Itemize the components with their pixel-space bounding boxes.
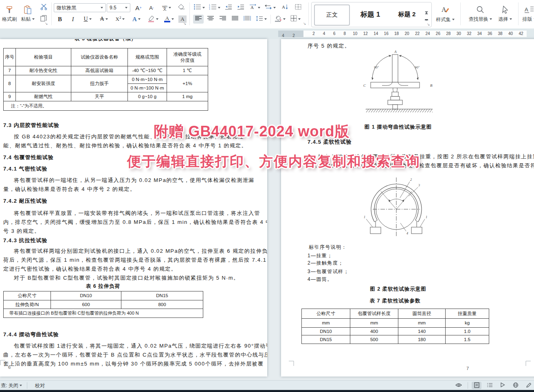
table-note-cell: 注：“-”为不适用。: [4, 101, 208, 111]
page-view-button[interactable]: [472, 382, 481, 389]
group-divider: [518, 2, 519, 25]
outline-icon: [487, 383, 493, 389]
paragraph-line: 能、耐燃气透过性、耐热性、耐拉伸性的检验，确认检验结果是否符合表 4 中序号 1…: [3, 142, 247, 149]
text-direction-button[interactable]: A: [248, 3, 262, 12]
line-spacing-button[interactable]: [254, 15, 268, 24]
align-left-button[interactable]: [193, 15, 204, 24]
section-heading-7-4-3: 7.4.3 抗拉性试验: [3, 237, 48, 244]
superscript-button[interactable]: X2: [113, 15, 127, 24]
font-name-select[interactable]: 微软雅黑: [54, 3, 106, 12]
cut-button[interactable]: [37, 3, 50, 12]
figure2-legend-item: 4—圆筒。: [308, 276, 333, 283]
globe-icon: [513, 382, 519, 389]
paragraph-swap-button[interactable]: [263, 3, 277, 12]
format-painter-button[interactable]: 格式刷: [1, 2, 18, 26]
document-page-6[interactable]: 表 5 检验仪器设备（续） 序号 检验项目 试验仪器设备名称 规格或范围 准确度…: [0, 39, 267, 377]
paste-button[interactable]: 粘贴: [19, 2, 37, 26]
status-bar: 查: 关闭 校对: [0, 380, 534, 390]
font-name-value: 微软雅黑: [57, 4, 76, 11]
font-color-button[interactable]: A: [162, 15, 176, 24]
style-heading1[interactable]: 标题 1: [352, 4, 389, 24]
ruler-margin-number: 2: [292, 33, 295, 38]
underline-button[interactable]: U: [81, 15, 94, 24]
font-dialog-launcher[interactable]: ↘: [183, 22, 187, 26]
phonetic-guide-icon: wén 文: [162, 5, 167, 11]
style-set-button[interactable]: A 样式集: [433, 2, 458, 26]
ruler-number: 16: [384, 31, 389, 36]
ruler-number: 12: [363, 31, 368, 36]
paste-label: 粘贴: [21, 16, 35, 23]
table-tensile-load[interactable]: 公称尺寸 DN10 DN15 拉伸负荷/N 600 800 带有插口连接接口的 …: [3, 291, 203, 318]
bold-button[interactable]: B: [55, 15, 65, 24]
figure2-legend-item: 1—挂重；: [308, 252, 333, 259]
ruler-number: 4: [323, 31, 325, 36]
increase-indent-button[interactable]: [235, 3, 246, 12]
sort-button[interactable]: A: [279, 3, 291, 12]
table-cell: 检验项目: [16, 48, 71, 66]
increase-font-button[interactable]: A +: [133, 3, 144, 12]
preview-eye-button[interactable]: [454, 382, 464, 389]
paragraph-line: 内，排尽空气，关闭排气阀，缓慢增加压力至 0.8 MPa后，保压 1 min，确…: [3, 219, 267, 226]
justify-button[interactable]: [230, 15, 240, 24]
clear-format-button[interactable]: [176, 3, 187, 12]
style-heading2-label: 标题 2: [398, 11, 416, 18]
table-cell: 公称尺寸: [4, 291, 51, 300]
bullet-list-button[interactable]: [192, 3, 206, 12]
paragraph-line: 定进行气密性试验，确认检验结果是否符合表 4 中序号 4 的规定。: [3, 265, 177, 273]
web-view-button[interactable]: [511, 382, 521, 389]
eye-icon: [455, 383, 462, 389]
distribute-button[interactable]: [242, 15, 253, 24]
align-right-button[interactable]: [218, 15, 228, 24]
table7-caption: 表 7 柔软性试验参数: [301, 298, 489, 304]
figure1-label-a: A: [394, 50, 397, 54]
italic-icon: I: [72, 16, 74, 23]
small-divider: [270, 15, 271, 24]
document-page-7[interactable]: 序号 5 的规定。 A 90° 90° C: [281, 39, 534, 377]
style-heading2[interactable]: 标题 2: [391, 4, 423, 24]
align-center-button[interactable]: [205, 15, 216, 24]
play-icon: [500, 382, 505, 389]
italic-button[interactable]: I: [68, 15, 78, 24]
section-heading-7-4-2: 7.4.2 耐压性试验: [3, 197, 48, 205]
layout-button[interactable]: A 排版: [520, 2, 534, 26]
highlight-button[interactable]: [146, 15, 160, 24]
svg-text:A: A: [525, 7, 528, 13]
play-presentation-button[interactable]: [498, 382, 508, 389]
horizontal-ruler[interactable]: 4 2 246810121416182022242628303234363840…: [0, 28, 534, 39]
numbered-list-button[interactable]: 123: [208, 3, 222, 12]
text-effects-button[interactable]: A: [130, 15, 143, 24]
figure1-angle-left: 90°: [374, 66, 379, 69]
decrease-font-button[interactable]: A -: [146, 3, 157, 12]
line-spacing-icon: [256, 15, 263, 23]
outline-view-button[interactable]: [485, 382, 494, 389]
ruler-number: 22: [415, 31, 420, 36]
find-replace-button[interactable]: 查找替换: [463, 2, 498, 26]
font-size-select[interactable]: 9.5: [107, 3, 130, 12]
clipboard-dialog-launcher[interactable]: ↘: [45, 22, 48, 26]
document-workspace[interactable]: 表 5 检验仪器设备（续） 序号 检验项目 试验仪器设备名称 规格或范围 准确度…: [0, 39, 534, 380]
svg-text:3: 3: [209, 8, 210, 10]
shading-button[interactable]: [273, 15, 287, 24]
table-cell: 圆筒直径: [398, 309, 446, 319]
phonetic-guide-button[interactable]: wén 文: [159, 3, 174, 12]
show-grid-button[interactable]: [292, 3, 304, 12]
borders-button[interactable]: [288, 15, 302, 24]
ruler-number: 6: [333, 31, 336, 36]
proofread-button[interactable]: 校对: [35, 382, 45, 389]
spellcheck-status[interactable]: 查: 关闭: [1, 382, 22, 389]
paragraph-dialog-launcher[interactable]: ↘: [303, 22, 306, 26]
ruler-number: 2: [312, 31, 315, 36]
page-number-7: 7: [466, 366, 469, 371]
table-cell: +1%: [167, 75, 208, 92]
style-heading1-label: 标题 1: [360, 10, 380, 19]
swap-arrows-icon: [264, 4, 272, 11]
decrease-indent-button[interactable]: [223, 3, 234, 12]
table-flexibility-params[interactable]: 公称尺寸 包覆管试样长度 圆筒直径 挂重质量 mm mm mm kg DN10 …: [301, 309, 489, 344]
styles-dialog-launcher[interactable]: ↘: [427, 22, 430, 26]
style-normal[interactable]: 正文: [314, 4, 350, 26]
table-equipment[interactable]: 序号 检验项目 试验仪器设备名称 规格或范围 准确度等级或分度值 7 耐冷热变化…: [3, 48, 208, 111]
select-button[interactable]: 选择: [494, 2, 516, 26]
minus-sign: -: [153, 6, 154, 10]
ink-pen-button[interactable]: [524, 382, 534, 389]
strikethrough-button[interactable]: A: [97, 15, 111, 24]
